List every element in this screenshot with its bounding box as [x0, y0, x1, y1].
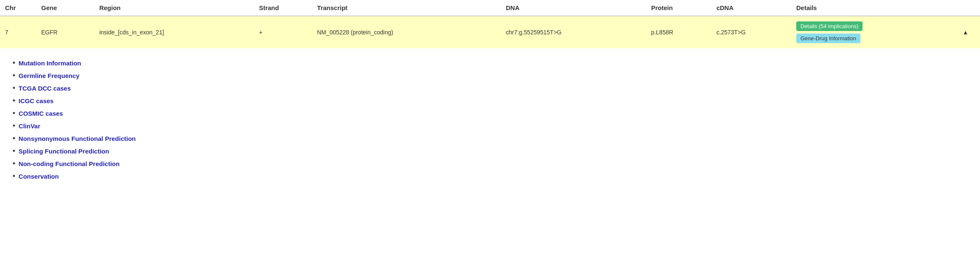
list-item: Germline Frequency	[13, 69, 967, 82]
list-item: Mutation Information	[13, 57, 967, 69]
cell-gene: EGFR	[36, 16, 94, 48]
table-header-row: Chr Gene Region Strand Transcript DNA Pr…	[0, 0, 980, 16]
header-transcript: Transcript	[312, 0, 501, 16]
cell-chr: 7	[0, 16, 36, 48]
header-details: Details	[791, 0, 951, 16]
header-gene: Gene	[36, 0, 94, 16]
header-chr: Chr	[0, 0, 36, 16]
cell-dna: chr7:g.55259515T>G	[501, 16, 646, 48]
header-dna: DNA	[501, 0, 646, 16]
cell-region: inside_[cds_in_exon_21]	[94, 16, 254, 48]
section-link-nonsynonymous-functional-prediction[interactable]: Nonsynonymous Functional Prediction	[18, 135, 136, 142]
list-item: ClinVar	[13, 120, 967, 132]
list-item: Splicing Functional Prediction	[13, 145, 967, 157]
list-item: TCGA DCC cases	[13, 82, 967, 94]
gene-drug-button[interactable]: Gene-Drug Information	[796, 34, 860, 43]
list-item: Conservation	[13, 170, 967, 182]
header-expand	[951, 0, 980, 16]
section-list-container: Mutation InformationGermline FrequencyTC…	[0, 48, 980, 191]
list-item: Nonsynonymous Functional Prediction	[13, 132, 967, 145]
section-link-clinvar[interactable]: ClinVar	[18, 122, 40, 130]
details-buttons: Details (54 implications) Gene-Drug Info…	[796, 21, 946, 43]
table-row: 7 EGFR inside_[cds_in_exon_21] + NM_0052…	[0, 16, 980, 48]
cell-transcript: NM_005228 (protein_coding)	[312, 16, 501, 48]
variant-table: Chr Gene Region Strand Transcript DNA Pr…	[0, 0, 980, 48]
section-link-mutation-information[interactable]: Mutation Information	[18, 60, 81, 67]
section-link-tcga-dcc-cases[interactable]: TCGA DCC cases	[18, 85, 70, 92]
variant-table-container: Chr Gene Region Strand Transcript DNA Pr…	[0, 0, 980, 48]
expand-arrow-icon: ▲	[962, 29, 968, 36]
list-item: Non-coding Functional Prediction	[13, 157, 967, 170]
cell-details: Details (54 implications) Gene-Drug Info…	[791, 16, 951, 48]
cell-strand: +	[254, 16, 312, 48]
header-region: Region	[94, 0, 254, 16]
section-links-list: Mutation InformationGermline FrequencyTC…	[13, 57, 967, 182]
header-strand: Strand	[254, 0, 312, 16]
section-link-cosmic-cases[interactable]: COSMIC cases	[18, 110, 63, 117]
section-link-germline-frequency[interactable]: Germline Frequency	[18, 72, 79, 79]
section-link-conservation[interactable]: Conservation	[18, 173, 59, 180]
list-item: COSMIC cases	[13, 107, 967, 120]
cell-expand[interactable]: ▲	[951, 16, 980, 48]
section-link-icgc-cases[interactable]: ICGC cases	[18, 97, 53, 104]
cell-cdna: c.2573T>G	[712, 16, 791, 48]
section-link-non-coding-functional-prediction[interactable]: Non-coding Functional Prediction	[18, 160, 120, 167]
list-item: ICGC cases	[13, 94, 967, 107]
cell-protein: p.L858R	[646, 16, 712, 48]
section-link-splicing-functional-prediction[interactable]: Splicing Functional Prediction	[18, 148, 109, 155]
details-button[interactable]: Details (54 implications)	[796, 21, 863, 31]
header-cdna: cDNA	[712, 0, 791, 16]
header-protein: Protein	[646, 0, 712, 16]
